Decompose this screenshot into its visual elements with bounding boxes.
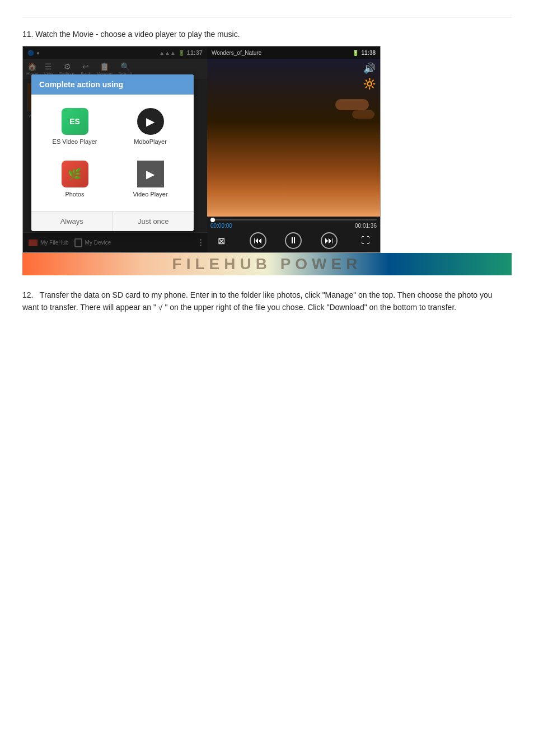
photos-icon-graphic: 🌿 [62, 161, 88, 187]
video-sunset-scene [207, 93, 380, 217]
progress-dot [210, 218, 215, 222]
fast-forward-button[interactable]: ⏭ [321, 232, 338, 249]
dialog-apps-grid: ES Video Player ▶ MoboPlayer 🌿 [31, 95, 194, 211]
step-12: 12. Transfer the data on SD card to my p… [22, 289, 512, 314]
left-panel: 🔵 ● ▲▲▲ 🔋 11:37 🏠 Home ☰ View [23, 46, 207, 252]
step-12-number: 12. [22, 290, 33, 299]
mobo-icon-graphic: ▶ [137, 108, 164, 135]
step-11-label: 11. Watch the Movie - choose a video pla… [22, 29, 512, 40]
video-time: 11:38 [361, 50, 376, 56]
app-photos[interactable]: 🌿 Photos [37, 153, 113, 205]
playback-controls: ⊠ ⏮ ⏸ ⏭ ⛶ [210, 231, 377, 250]
photos-icon: 🌿 [62, 161, 88, 187]
expand-button[interactable]: ⊠ [213, 233, 231, 248]
step-12-text: Transfer the data on SD card to my phone… [22, 290, 493, 312]
dialog-overlay: Complete action using ES Video Player [23, 46, 207, 252]
video-player-icon-graphic: ▶ [137, 161, 164, 187]
es-video-player-icon [62, 108, 88, 135]
mobo-player-icon: ▶ [137, 108, 164, 135]
volume-icon[interactable]: 🔊 [363, 62, 376, 74]
dialog-buttons: Always Just once [31, 211, 194, 231]
watermark-text: FileHub Power [172, 255, 362, 273]
video-status-bar: Wonders_of_Nature 🔋 11:38 [207, 46, 380, 59]
fullscreen-button[interactable]: ⛶ [357, 233, 374, 248]
brightness-icon[interactable]: 🔆 [363, 78, 376, 90]
video-player-label: Video Player [133, 191, 167, 198]
cloud-1 [335, 99, 369, 110]
dialog-title: Complete action using [31, 74, 194, 95]
right-panel: Wonders_of_Nature 🔋 11:38 🔊 🔆 [207, 46, 380, 252]
mobo-player-label: MoboPlayer [134, 138, 167, 145]
video-status-right: 🔋 11:38 [352, 50, 376, 56]
battery-icon-right: 🔋 [352, 50, 359, 56]
rewind-button[interactable]: ⏮ [250, 232, 266, 249]
video-area: 🔊 🔆 [207, 59, 380, 217]
es-icon-graphic [62, 108, 88, 135]
photos-label: Photos [65, 191, 84, 198]
top-divider [22, 17, 512, 17]
time-row: 00:00:00 00:01:36 [210, 223, 377, 229]
always-button[interactable]: Always [31, 212, 113, 231]
step-11-number: 11. [22, 30, 33, 39]
video-controls-bar: 00:00:00 00:01:36 ⊠ ⏮ ⏸ ⏭ ⛶ [207, 217, 380, 252]
current-time: 00:00:00 [210, 223, 232, 229]
step-12-label: 12. Transfer the data on SD card to my p… [22, 289, 498, 314]
step-11: 11. Watch the Movie - choose a video pla… [22, 29, 512, 275]
app-es-video-player[interactable]: ES Video Player [37, 100, 113, 153]
complete-action-dialog: Complete action using ES Video Player [31, 74, 194, 231]
progress-track[interactable] [210, 219, 377, 220]
app-mobo-player[interactable]: ▶ MoboPlayer [113, 100, 188, 153]
pause-button[interactable]: ⏸ [285, 232, 302, 249]
watermark: FileHub Power [22, 253, 512, 275]
just-once-button[interactable]: Just once [113, 212, 194, 231]
total-time: 00:01:36 [355, 223, 377, 229]
cloud-2 [352, 110, 374, 119]
es-video-player-label: ES Video Player [53, 138, 97, 145]
step-11-text: Watch the Movie - choose a video player … [35, 30, 240, 39]
video-player-icon: ▶ [137, 161, 164, 187]
screenshot-wrapper: 🔵 ● ▲▲▲ 🔋 11:37 🏠 Home ☰ View [22, 46, 381, 253]
app-video-player[interactable]: ▶ Video Player [113, 153, 188, 205]
video-title: Wonders_of_Nature [212, 50, 261, 56]
video-top-icons: 🔊 🔆 [207, 59, 380, 93]
